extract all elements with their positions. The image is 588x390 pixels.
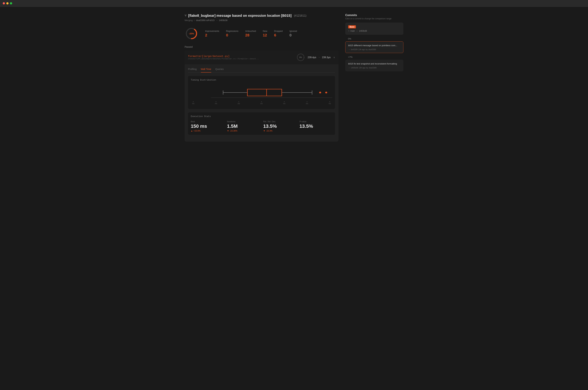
improvements-value: 2	[205, 33, 219, 38]
minimize-button[interactable]	[6, 2, 8, 4]
expand-button[interactable]: ∨	[333, 56, 335, 59]
untouched-value: 28	[245, 33, 256, 38]
x-tick-4: xms	[260, 101, 262, 104]
rel-std-dev-value: 13.5%	[263, 124, 296, 129]
benchmark-path: crates/ruff_benchmark/benches/formatter.…	[188, 58, 294, 60]
svg-point-10	[319, 92, 321, 93]
stat-iterations: Iterations 1.5M ▼ -23.36%	[227, 120, 260, 132]
section-label: Passed	[185, 46, 338, 48]
best-label: Best	[191, 120, 224, 123]
timing-distribution-section: Timing Distribution	[188, 76, 335, 109]
arrow-icon: →	[348, 49, 350, 50]
iterations-label: Iterations	[227, 120, 260, 123]
gauge: -20%	[185, 27, 198, 40]
p-value-label: P-value	[299, 120, 332, 123]
commit-card-2[interactable]: b015 fix test snapshot and inconsistent …	[345, 60, 403, 71]
benchmark-body: Profiling Wall Time Queries Timing Distr…	[185, 64, 338, 142]
x-tick-6: xms	[306, 101, 308, 104]
time-arrow: →	[318, 56, 320, 59]
commit-1-hash: 5e933f9	[351, 49, 358, 50]
p-value-value: 13.5%	[299, 124, 332, 129]
exec-stats-title: Execution Stats	[191, 115, 332, 118]
rel-std-dev-label: Rel. Std. Dev.	[263, 120, 296, 123]
page-title-row: ⑂ [flake8_bugbear] message based on expr…	[185, 14, 338, 18]
dropped-value: 6	[274, 33, 283, 38]
commits-title: Commits	[345, 14, 403, 17]
tab-wall-time[interactable]: Wall Time	[201, 68, 211, 73]
boxplot-container: xms xms xms xms xms xms xms	[191, 84, 332, 106]
stat-best: Best 150 ms ▲ +23.6%	[191, 120, 224, 132]
regressions-value: 0	[226, 33, 238, 38]
time-before: 239.4μs	[308, 56, 316, 59]
titlebar	[0, 0, 588, 7]
iterations-delta: ▼ -23.36%	[227, 130, 260, 132]
base-label: Base	[348, 25, 356, 28]
commit-2-message: b015 fix test snapshot and inconsistent …	[348, 62, 400, 65]
tab-bar: Profiling Wall Time Queries	[188, 68, 335, 73]
new-value: 12	[263, 33, 267, 38]
execution-stats-section: Execution Stats Best 150 ms ▲ +23.6% Ite…	[188, 112, 335, 135]
x-axis: xms xms xms xms xms xms xms	[191, 101, 332, 104]
commit-card-1[interactable]: b015 different message based on pointles…	[345, 41, 403, 53]
stats-row: -20% Improvements 2 Regressions 0 Untouc…	[185, 27, 338, 40]
commit-1-time: 13h ago	[358, 49, 365, 50]
benchmark-card: formatter[large/dataset.py] crates/ruff_…	[185, 50, 338, 142]
x-tick-2: xms	[215, 101, 217, 104]
commit-to: 1493b38	[219, 19, 227, 22]
benchmark-header: formatter[large/dataset.py] crates/ruff_…	[185, 50, 338, 64]
best-value: 150 ms	[191, 124, 224, 129]
commit-2-author: dsal3389	[369, 67, 377, 69]
ignored-value: 0	[289, 33, 297, 38]
svg-point-11	[325, 92, 327, 93]
stat-untouched: Untouched 28	[245, 30, 256, 38]
close-button[interactable]	[3, 2, 5, 4]
stat-dropped: Dropped 6	[274, 30, 283, 38]
left-panel: ⑂ [flake8_bugbear] message based on expr…	[185, 14, 338, 383]
subtitle-row: Merging ⑂ dsal3389:ruff-b015 → 1493b38	[185, 19, 338, 22]
stat-rel-std-dev: Rel. Std. Dev. 13.5% ▼ -23.3%	[263, 120, 296, 132]
commit-2-time: 13h ago	[359, 67, 366, 69]
stat-new: New 12	[263, 30, 267, 38]
best-delta: ▲ +23.6%	[191, 130, 224, 132]
improvements-label: Improvements	[205, 30, 219, 32]
branch-arrow: →	[215, 19, 218, 22]
branch-icon-2: ⑂	[348, 30, 349, 32]
stat-regressions: Regressions 0	[226, 30, 238, 38]
pr-number: (#121611)	[294, 14, 306, 17]
up-arrow-icon: ▲	[191, 130, 193, 132]
benchmark-times: 239.4μs → 239.3μs	[308, 56, 331, 59]
dropped-label: Dropped	[274, 30, 283, 32]
gauge-value: -20%	[189, 32, 194, 35]
commit-1-author: dsal3389	[368, 49, 376, 50]
commit-1-meta: → 5e933f9 13h ago by dsal3389	[348, 49, 400, 50]
page-title-text: [flake8_bugbear] message based on expres…	[188, 14, 292, 18]
base-commit-card[interactable]: Base ⑂ main → 1493b38	[345, 23, 403, 35]
branch-icon: ⑂	[194, 19, 195, 22]
chart-title: Timing Distribution	[191, 79, 332, 81]
progress-percent: 0%	[299, 56, 302, 58]
tab-queries[interactable]: Queries	[215, 68, 224, 73]
benchmark-title: formatter[large/dataset.py]	[188, 55, 294, 58]
merging-label: Merging	[185, 19, 193, 22]
maximize-button[interactable]	[10, 2, 12, 4]
ignored-label: Ignored	[289, 30, 297, 32]
regressions-label: Regressions	[226, 30, 238, 32]
iterations-value: 1.5M	[227, 124, 260, 129]
down-arrow-icon: ▼	[227, 130, 229, 132]
untouched-label: Untouched	[245, 30, 256, 32]
merge-icon: ⑂	[185, 14, 186, 17]
commits-subtitle: Click on a commit to change the comparis…	[345, 17, 403, 20]
x-tick-3: xms	[238, 101, 240, 104]
x-tick-5: xms	[283, 101, 285, 104]
right-panel: Commits Click on a commit to change the …	[345, 14, 403, 383]
commit-2-meta: → 1493b38 13h ago by dsal3389	[348, 67, 400, 69]
rel-std-dev-delta: ▼ -23.3%	[263, 130, 296, 132]
benchmark-progress: 0%	[296, 53, 305, 62]
base-ref: ⑂ main → 1493b38	[348, 30, 400, 32]
tab-profiling[interactable]: Profiling	[188, 68, 197, 73]
arrow-icon-2: →	[348, 67, 350, 69]
x-tick-1: xms	[192, 101, 194, 104]
time-after: 239.3μs	[322, 56, 331, 59]
svg-rect-8	[247, 89, 282, 96]
exec-stats-grid: Best 150 ms ▲ +23.6% Iterations 1.5M ▼	[191, 120, 332, 132]
